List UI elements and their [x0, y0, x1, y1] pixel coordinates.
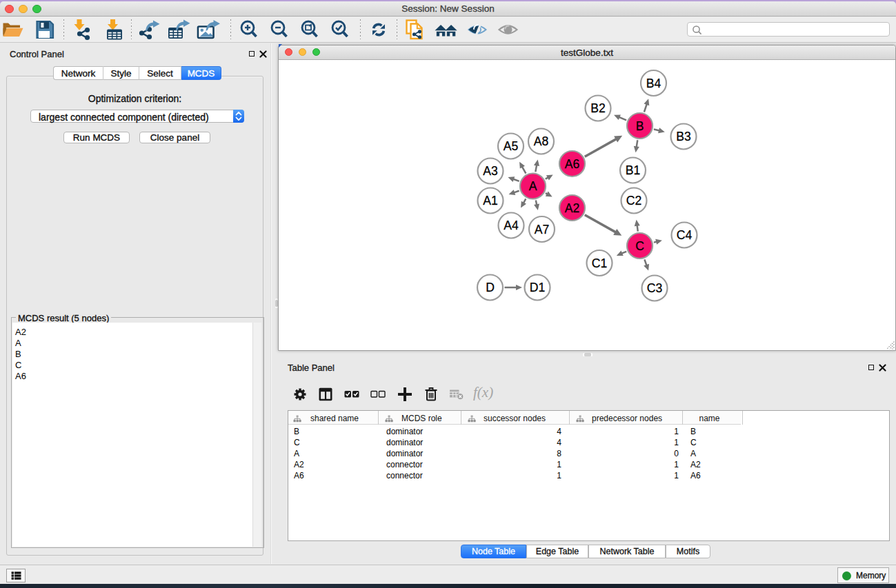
svg-text:B1: B1	[626, 163, 641, 177]
svg-text:C: C	[635, 239, 644, 253]
svg-text:A3: A3	[483, 164, 498, 178]
svg-text:B4: B4	[646, 77, 661, 90]
svg-text:A2: A2	[565, 201, 580, 215]
svg-text:A6: A6	[565, 157, 580, 171]
svg-text:B3: B3	[676, 130, 691, 143]
svg-text:B: B	[636, 119, 644, 133]
svg-text:A: A	[529, 179, 537, 193]
svg-text:C2: C2	[626, 194, 642, 207]
svg-text:D: D	[486, 281, 495, 294]
svg-text:C3: C3	[647, 281, 663, 295]
svg-text:A5: A5	[504, 139, 519, 153]
svg-text:A1: A1	[483, 194, 498, 207]
svg-text:A8: A8	[534, 134, 549, 148]
svg-text:A7: A7	[535, 223, 550, 236]
svg-text:C4: C4	[677, 228, 693, 242]
svg-text:B2: B2	[590, 101, 606, 115]
svg-text:C1: C1	[592, 256, 608, 270]
svg-text:A4: A4	[504, 219, 519, 232]
svg-text:D1: D1	[530, 281, 546, 294]
